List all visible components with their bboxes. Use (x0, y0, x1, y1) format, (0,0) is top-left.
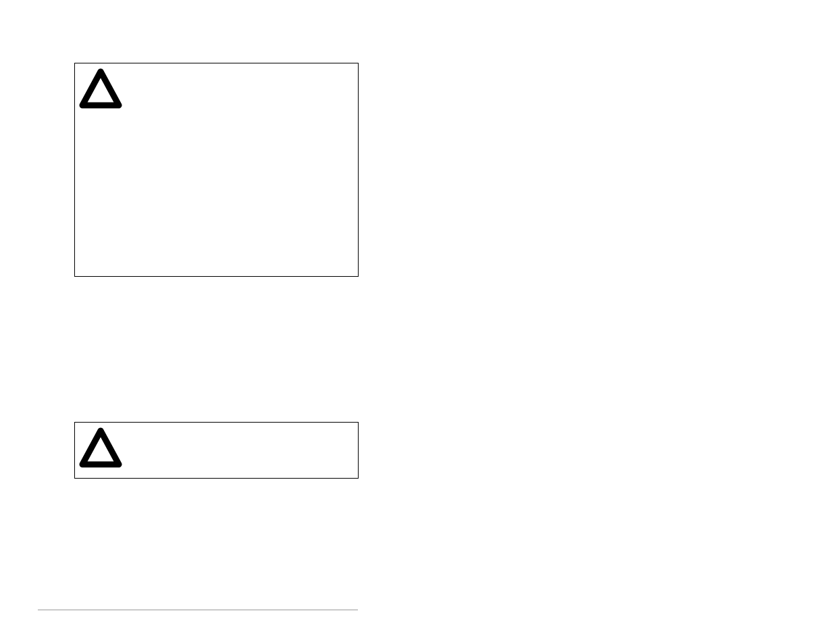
triangle-icon (77, 68, 124, 112)
triangle-icon (77, 427, 124, 471)
divider (38, 610, 358, 610)
panel-2 (74, 422, 359, 479)
panel-1 (74, 63, 359, 277)
